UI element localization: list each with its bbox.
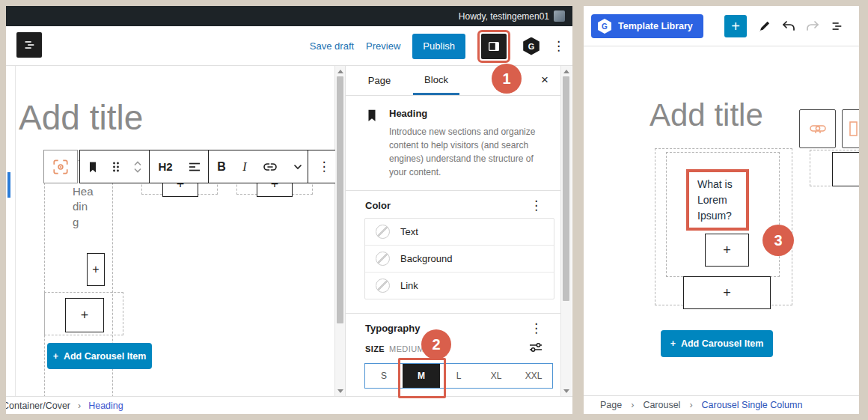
template-library-label: Template Library — [618, 21, 693, 31]
typography-options-kebab-icon[interactable]: ⋮ — [530, 322, 542, 335]
block-appender-plus-button[interactable]: + — [683, 276, 771, 309]
redo-icon[interactable] — [804, 18, 822, 34]
select-parent-block-button[interactable] — [43, 150, 78, 183]
close-sidebar-icon[interactable]: × — [541, 73, 548, 88]
add-carousel-item-label: Add Carousel Item — [681, 338, 763, 349]
link-icon[interactable] — [255, 150, 285, 183]
editor-header: Save draft Preview Publish G ⋮ — [6, 26, 572, 66]
add-carousel-item-button[interactable]: + Add Carousel Item — [661, 330, 773, 357]
size-button-s[interactable]: S — [365, 364, 403, 388]
editor-canvas: Add title — [15, 66, 335, 397]
block-mover-icons[interactable] — [126, 150, 149, 183]
color-panel-header: Color ⋮ — [365, 199, 542, 212]
post-title-placeholder[interactable]: Add title — [650, 97, 763, 133]
lorem-heading-text[interactable]: What is Lorem Ipsum? — [689, 172, 746, 228]
preview-link[interactable]: Preview — [366, 40, 400, 52]
template-library-button[interactable]: G Template Library — [591, 14, 703, 38]
preview-canvas: Add title What is Lorem Ipsum? + 3 + — [584, 46, 859, 379]
heading-level-button[interactable]: H2 — [150, 150, 181, 183]
annotation-step-2: 2 — [421, 329, 451, 359]
color-panel-title: Color — [365, 200, 391, 211]
howdy-user[interactable]: Howdy, testingemen01 — [459, 11, 549, 22]
plus-icon: + — [670, 338, 676, 349]
breadcrumb-chevron-icon: › — [689, 400, 692, 410]
block-appender-plus-button[interactable]: + — [705, 234, 749, 267]
preview-header: G Template Library + — [584, 6, 859, 46]
annotation-highlight-settings — [477, 30, 510, 63]
plus-icon: + — [92, 263, 99, 276]
tab-block[interactable]: Block — [413, 66, 459, 95]
scroll-up-icon[interactable] — [563, 70, 569, 73]
size-button-l[interactable]: L — [440, 364, 477, 388]
pattern-tool-button[interactable] — [799, 109, 836, 148]
settings-sidebar: Page Block × Heading Introduce new secti… — [345, 66, 560, 397]
block-card: Heading Introduce new sections and organ… — [365, 108, 537, 179]
edit-pencil-icon[interactable] — [756, 18, 774, 34]
size-button-xxl[interactable]: XXL — [515, 364, 552, 388]
size-button-xl[interactable]: XL — [477, 364, 515, 388]
user-avatar[interactable] — [554, 10, 565, 22]
drag-handle-icon[interactable] — [106, 150, 126, 183]
no-color-icon — [376, 225, 390, 239]
block-breadcrumb-bar: Page › Carousel › Carousel Single Column — [584, 395, 859, 414]
scroll-down-icon[interactable] — [563, 389, 569, 393]
italic-button[interactable]: I — [234, 150, 255, 183]
publish-button[interactable]: Publish — [412, 34, 465, 59]
selected-block-indicator — [7, 172, 10, 198]
color-row-text[interactable]: Text — [365, 219, 554, 245]
scroll-up-icon[interactable] — [337, 70, 343, 73]
heading-block-icon[interactable] — [80, 150, 106, 183]
add-carousel-item-label: Add Carousel Item — [64, 351, 146, 362]
size-button-m[interactable]: M — [403, 364, 440, 388]
list-view-icon — [22, 38, 36, 52]
canvas-scrollbar-thumb[interactable] — [337, 76, 343, 323]
tab-page[interactable]: Page — [356, 66, 403, 95]
canvas-scrollbar[interactable] — [334, 66, 346, 397]
block-card-description: Introduce new sections and organize cont… — [389, 125, 537, 179]
size-row: SIZE MEDIUM — [365, 344, 424, 353]
breadcrumb-heading[interactable]: Heading — [88, 401, 123, 411]
sidebar-scrollbar[interactable] — [560, 66, 572, 397]
color-settings-group: Text Background Link — [364, 218, 554, 299]
typography-panel-title: Typography — [365, 323, 420, 334]
breadcrumb-carousel-single-column[interactable]: Carousel Single Column — [702, 400, 803, 410]
size-settings-icon[interactable] — [529, 341, 542, 356]
block-appender-plus-button[interactable]: + — [87, 253, 105, 286]
gutenberg-plugin-icon[interactable]: G — [522, 37, 540, 55]
plus-icon: + — [731, 18, 740, 35]
block-appender-plus-button[interactable]: + — [65, 298, 104, 332]
breadcrumb-carousel[interactable]: Carousel — [643, 400, 680, 410]
breadcrumb-chevron-icon: › — [78, 401, 81, 411]
text-align-icon[interactable] — [181, 150, 208, 183]
settings-sidebar-toggle[interactable] — [481, 34, 507, 59]
breadcrumb-container-cover[interactable]: Container/Cover — [6, 401, 70, 411]
save-draft-link[interactable]: Save draft — [310, 40, 354, 52]
heading-block-wrapped-text[interactable]: Heading — [73, 184, 94, 230]
sidebar-scrollbar-thumb[interactable] — [563, 76, 569, 301]
block-card-title: Heading — [389, 108, 537, 119]
undo-icon[interactable] — [780, 18, 798, 34]
add-carousel-item-button[interactable]: + Add Carousel Item — [47, 343, 152, 369]
color-options-kebab-icon[interactable]: ⋮ — [530, 199, 542, 212]
block-options-button[interactable]: ⋮ — [308, 150, 335, 183]
list-view-button[interactable] — [16, 32, 42, 58]
chevron-down-icon[interactable] — [285, 150, 311, 183]
list-view-icon[interactable] — [828, 18, 846, 34]
color-row-link[interactable]: Link — [365, 272, 554, 299]
options-kebab-icon[interactable]: ⋮ — [552, 40, 565, 52]
preview-editor-window: G Template Library + — [584, 6, 859, 414]
post-title-placeholder[interactable]: Add title — [19, 97, 143, 138]
scroll-down-icon[interactable] — [337, 389, 343, 393]
block-breadcrumb-bar: Container/Cover › Heading — [6, 396, 572, 414]
bold-button[interactable]: B — [209, 150, 234, 183]
heading-block-icon — [365, 109, 379, 122]
columns-tool-button[interactable] — [842, 109, 859, 148]
breadcrumb-page[interactable]: Page — [600, 400, 622, 410]
block-appender-plus-button[interactable] — [832, 152, 859, 186]
block-inserter-button[interactable]: + — [724, 15, 747, 37]
size-value: MEDIUM — [389, 344, 424, 353]
color-row-background[interactable]: Background — [365, 245, 554, 272]
divider — [346, 313, 560, 314]
no-color-icon — [376, 252, 390, 266]
template-library-logo-icon: G — [597, 19, 612, 34]
